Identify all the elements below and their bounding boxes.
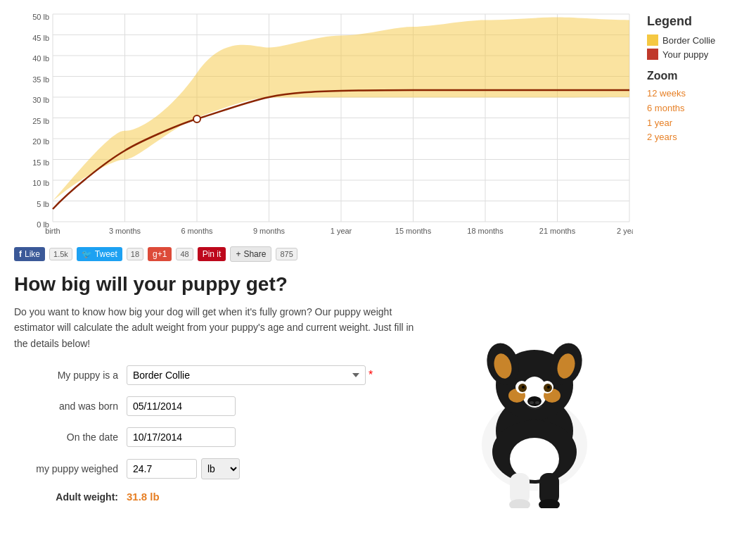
twitter-icon: 🐦 [82,249,92,259]
sidebar: Legend Border Collie Your puppy Zoom 12 … [633,7,742,522]
svg-text:21 months: 21 months [539,227,576,235]
twitter-tweet-button[interactable]: 🐦 Tweet [77,247,122,261]
svg-text:45 lb: 45 lb [32,34,49,42]
born-label: and was born [14,401,127,412]
weight-row: my puppy weighed lb kg [14,458,422,479]
puppy-form: My puppy is a Border Collie * and was bo… [14,365,422,503]
svg-text:5 lb: 5 lb [37,200,49,208]
date-label: On the date [14,431,127,443]
share-button[interactable]: + Share [230,246,271,262]
svg-text:30 lb: 30 lb [32,96,49,104]
legend-item-your-puppy: Your puppy [647,49,742,60]
svg-text:18 months: 18 months [467,227,504,235]
zoom-6months[interactable]: 6 months [647,101,742,116]
pin-label: Pin it [203,249,222,259]
svg-point-20 [193,115,200,122]
legend-label-your-puppy: Your puppy [662,49,708,60]
svg-text:20 lb: 20 lb [32,137,49,146]
zoom-1year[interactable]: 1 year [647,116,742,131]
adult-weight-label: Adult weight: [14,491,127,503]
svg-text:3 months: 3 months [109,227,141,235]
svg-text:10 lb: 10 lb [32,179,49,187]
puppy-image-container [436,273,633,508]
date-input[interactable] [127,427,236,447]
svg-text:25 lb: 25 lb [32,117,49,125]
zoom-2years[interactable]: 2 years [647,130,742,145]
facebook-icon: f [19,249,22,259]
svg-text:2 years: 2 years [617,227,633,235]
pinterest-pin-button[interactable]: Pin it [198,247,226,261]
required-star: * [369,369,373,382]
puppy-image [443,283,626,508]
zoom-title: Zoom [647,70,742,82]
fb-count: 1.5k [49,248,72,260]
unit-select[interactable]: lb kg [201,458,240,479]
adult-weight-row: Adult weight: 31.8 lb [14,491,422,503]
svg-text:9 months: 9 months [253,227,286,235]
born-input[interactable] [127,396,236,416]
svg-text:Age: Age [333,238,349,239]
page-description: Do you want to know how big your dog wil… [14,304,422,351]
svg-text:35 lb: 35 lb [32,75,49,84]
tweet-count: 18 [127,248,143,260]
svg-point-58 [535,401,539,404]
gplus-label: g+1 [153,249,167,259]
born-row: and was born [14,396,422,416]
svg-text:40 lb: 40 lb [32,54,49,63]
breed-label: My puppy is a [14,370,127,381]
page-title: How big will your puppy get? [14,273,422,296]
weight-label: my puppy weighed [14,463,127,474]
share-label: Share [243,249,266,259]
svg-text:50 lb: 50 lb [32,13,49,21]
legend-item-border-collie: Border Collie [647,34,742,46]
share-count: 875 [276,248,297,260]
svg-text:15 lb: 15 lb [32,158,49,167]
zoom-12weeks[interactable]: 12 weeks [647,87,742,101]
adult-weight-value: 31.8 lb [127,491,160,503]
breed-select[interactable]: Border Collie [127,365,366,385]
svg-point-55 [547,386,550,389]
svg-point-56 [527,396,542,406]
facebook-like-button[interactable]: f Like [14,247,45,261]
legend-swatch-your-puppy [647,49,658,60]
fb-like-label: Like [25,249,40,259]
gplus-count: 48 [176,248,193,260]
legend-title: Legend [647,14,742,29]
tweet-label: Tweet [95,249,117,259]
weight-input[interactable] [127,459,197,479]
legend-label-border-collie: Border Collie [662,35,715,46]
svg-point-57 [530,401,534,404]
svg-text:15 months: 15 months [395,227,432,235]
breed-row: My puppy is a Border Collie * [14,365,422,385]
social-bar: f Like 1.5k 🐦 Tweet 18 g+1 48 Pin it + S… [14,239,633,273]
date-row: On the date [14,427,422,447]
google-plus-button[interactable]: g+1 [148,247,172,261]
svg-text:birth: birth [45,227,60,235]
svg-text:1 year: 1 year [331,227,352,235]
legend-swatch-border-collie [647,34,658,46]
svg-point-54 [522,386,525,389]
share-icon: + [236,249,241,259]
svg-text:6 months: 6 months [181,227,213,235]
